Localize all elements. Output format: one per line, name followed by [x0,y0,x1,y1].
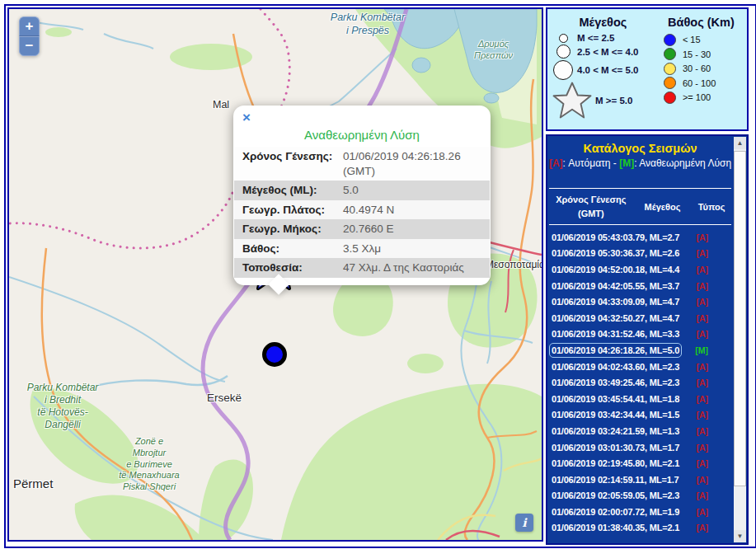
app-window: Parku Kombëtar i Prespës Δρυμός Πρεσπών … [4,4,756,548]
depth-dot-icon [664,48,676,60]
magnitude-circle-icon [549,60,577,80]
earthquake-catalog: Κατάλογος Σεισμών [A]: Αυτόματη - [M]: Α… [546,134,749,545]
map-label-bredhit-park: Parku Kombëtar i Bredhit të Hotovës- Dan… [17,382,108,431]
catalog-row[interactable]: 01/06/2019 03:01:30.73, ML=1.7[A] [547,439,733,456]
magnitude-circle-icon [549,45,577,59]
popup-row-label: Γεωγρ. Μήκος: [242,222,343,237]
magnitude-legend: Μέγεθος M <= 2.52.5 < M <= 4.04.0 < M <=… [549,12,657,126]
catalog-row-text: 01/06/2019 05:30:36.37, ML=2.6 [552,248,679,258]
manual-tag: [M] [619,157,634,169]
zoom-out-button[interactable]: − [19,36,40,56]
earthquake-popup: × Αναθεωρημένη Λύση Χρόνος Γένεσης:01/06… [233,106,491,285]
popup-close-icon[interactable]: × [242,110,251,124]
catalog-row-type: [A] [696,248,708,258]
column-magnitude: Μέγεθος [635,202,691,212]
magnitude-legend-item: 4.0 < M <= 5.0 [549,60,657,80]
map-label-mal: Mal [213,99,229,112]
catalog-row-text: 01/06/2019 03:45:54.41, ML=1.8 [552,394,679,404]
catalog-row-type: [A] [696,329,708,339]
catalog-row-type: [A] [696,362,708,372]
catalog-row-type: [A] [696,265,708,274]
catalog-row[interactable]: 01/06/2019 04:42:05.55, ML=3.7[A] [547,278,733,294]
scrollbar-track[interactable] [734,149,746,530]
catalog-row[interactable]: 01/06/2019 02:19:45.80, ML=2.1[A] [547,455,733,472]
map[interactable]: Parku Kombëtar i Prespës Δρυμός Πρεσπών … [7,7,543,542]
catalog-row-type: [A] [696,507,708,517]
depth-legend-item: >= 100 [664,92,745,104]
popup-row-value: 47 Χλμ. Δ της Καστοριάς [343,260,481,275]
catalog-row[interactable]: 01/06/2019 03:24:21.59, ML=1.3[A] [547,423,733,439]
magnitude-circle-icon [549,34,577,43]
catalog-row-text: 01/06/2019 03:42:34.44, ML=1.5 [552,410,679,420]
catalog-row[interactable]: 01/06/2019 04:52:00.18, ML=4.4[A] [547,261,733,278]
catalog-row[interactable]: 01/06/2019 04:31:52.46, ML=3.3[A] [547,326,733,343]
catalog-row[interactable]: 01/06/2019 03:45:54.41, ML=1.8[A] [547,391,733,407]
column-time: Χρόνος Γένεσης (GMT) [547,193,635,220]
depth-dot-icon [664,77,676,89]
catalog-type-legend: [A]: Αυτόματη - [M]: Αναθεωρημένη Λύση [547,157,733,169]
popup-row-value: 3.5 Χλμ [343,242,481,256]
popup-row: Γεωγρ. Μήκος:20.7660 E [234,219,490,239]
catalog-row-type: [M] [695,345,708,355]
catalog-row-text: 01/06/2019 03:01:30.73, ML=1.7 [552,443,679,453]
popup-row-label: Μέγεθος (ML): [242,183,343,198]
info-button[interactable]: i [515,514,533,532]
catalog-row-type: [A] [696,410,708,420]
catalog-row-text: 01/06/2019 02:00:07.72, ML=1.9 [552,507,679,517]
catalog-row[interactable]: 01/06/2019 03:42:34.44, ML=1.5[A] [547,407,733,424]
column-type: Τύπος [690,202,733,212]
map-label-mesopotamia: Μεσοποταμία [486,259,543,271]
map-label-permet: Përmet [13,476,53,492]
catalog-row-type: [A] [696,523,708,533]
catalog-row-text: 01/06/2019 05:43:03.79, ML=2.7 [552,232,679,242]
depth-item-label: >= 100 [683,92,711,102]
catalog-row[interactable]: 01/06/2019 04:33:09.09, ML=4.7[A] [547,293,733,310]
map-label-prespa-park: Parku Kombëtar i Prespës [326,12,409,37]
catalog-row-type: [A] [696,297,708,307]
catalog-row-type: [A] [696,394,708,404]
catalog-row[interactable]: 01/06/2019 04:26:18.26, ML=5.0[M] [547,342,733,359]
side-panel: Μέγεθος M <= 2.52.5 < M <= 4.04.0 < M <=… [546,7,749,545]
popup-table: Χρόνος Γένεσης:01/06/2019 04:26:18.26 (G… [234,147,490,278]
catalog-title: Κατάλογος Σεισμών [547,142,733,155]
depth-legend-items: < 1515 - 3030 - 6060 - 100>= 100 [657,31,745,106]
scroll-down-icon[interactable]: ▼ [734,530,746,542]
magnitude-item-label: M <= 2.5 [577,33,614,43]
catalog-scrollbar[interactable]: ▲ ▼ [734,137,746,542]
popup-row-value: 5.0 [343,183,481,198]
catalog-row[interactable]: 01/06/2019 02:05:59.05, ML=2.3[A] [547,488,733,504]
catalog-row[interactable]: 01/06/2019 02:00:07.72, ML=1.9[A] [547,504,733,520]
catalog-row[interactable]: 01/06/2019 05:30:36.37, ML=2.6[A] [547,246,733,262]
popup-row-label: Χρόνος Γένεσης: [242,149,343,178]
zoom-control: + − [19,16,40,56]
catalog-row-text: 01/06/2019 04:26:18.26, ML=5.0 [552,345,679,355]
magnitude-legend-item: 2.5 < M <= 4.0 [549,45,657,59]
depth-dot-icon [664,34,676,46]
popup-row-label: Γεωγρ. Πλάτος: [242,203,343,218]
legend-panel: Μέγεθος M <= 2.52.5 < M <= 4.04.0 < M <=… [546,7,749,131]
depth-item-label: 30 - 60 [683,63,711,73]
zoom-in-button[interactable]: + [19,16,40,36]
depth-legend-item: 60 - 100 [664,77,745,89]
scroll-up-icon[interactable]: ▲ [734,137,746,149]
earthquake-circle-marker[interactable] [262,342,287,367]
catalog-row-type: [A] [696,475,708,485]
depth-dot-icon [664,92,676,104]
popup-row: Μέγεθος (ML):5.0 [234,181,490,200]
catalog-row[interactable]: 01/06/2019 02:14:59.11, ML=1.7[A] [547,472,733,488]
catalog-content: Κατάλογος Σεισμών [A]: Αυτόματη - [M]: Α… [547,136,733,543]
map-label-erseke: Ersekë [207,392,242,406]
depth-dot-icon [664,63,676,75]
depth-legend: Βάθος (Km) < 1515 - 3030 - 6060 - 100>= … [657,12,745,126]
catalog-row[interactable]: 01/06/2019 04:32:50.27, ML=4.7[A] [547,310,733,326]
depth-item-label: 15 - 30 [683,49,711,59]
catalog-row[interactable]: 01/06/2019 01:38:40.35, ML=2.1[A] [547,520,733,537]
popup-row: Χρόνος Γένεσης:01/06/2019 04:26:18.26 (G… [234,147,490,181]
popup-row-label: Τοποθεσία: [242,260,343,275]
catalog-row[interactable]: 01/06/2019 04:02:43.60, ML=2.3[A] [547,359,733,375]
scrollbar-thumb[interactable] [734,151,746,486]
catalog-row-text: 01/06/2019 04:33:09.09, ML=4.7 [552,297,679,307]
map-label-drymos: Δρυμός Πρεσπών [458,39,528,62]
catalog-row[interactable]: 01/06/2019 05:43:03.79, ML=2.7[A] [547,229,733,246]
catalog-row[interactable]: 01/06/2019 03:49:25.46, ML=2.3[A] [547,374,733,391]
